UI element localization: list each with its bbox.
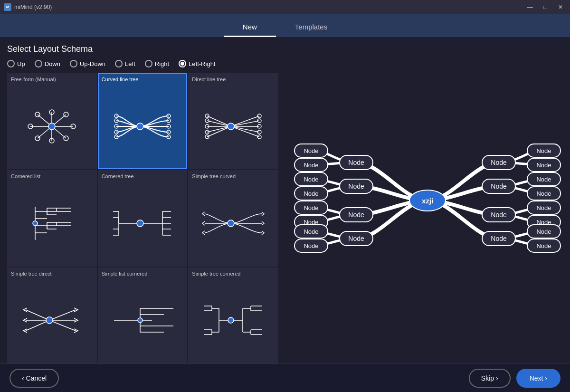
svg-line-34 (231, 121, 259, 126)
direction-up-down[interactable]: Up-Down (70, 60, 105, 67)
svg-line-89 (26, 310, 49, 320)
titlebar: M miMind (v2.90) — □ ✕ (0, 0, 570, 14)
svg-text:Node: Node (536, 228, 551, 235)
svg-text:Node: Node (304, 228, 318, 235)
svg-line-91 (26, 320, 49, 331)
svg-text:Node: Node (348, 182, 364, 190)
svg-text:Node: Node (304, 190, 318, 197)
svg-point-87 (137, 220, 143, 227)
svg-text:Node: Node (536, 176, 551, 183)
svg-line-28 (207, 116, 231, 126)
layout-simple-direct-preview (8, 278, 96, 363)
svg-point-70 (33, 221, 38, 226)
app-icon: M (4, 3, 11, 11)
radio-up-down (70, 60, 77, 67)
svg-text:Node: Node (304, 147, 318, 154)
layout-cornered-tree-preview (99, 182, 187, 266)
tab-templates[interactable]: Templates (276, 18, 346, 37)
svg-text:Node: Node (348, 211, 364, 219)
direction-right[interactable]: Right (145, 60, 169, 67)
cancel-label: ‹ Cancel (22, 374, 47, 382)
svg-line-32 (207, 126, 231, 137)
close-button[interactable]: ✕ (555, 3, 566, 11)
cancel-button[interactable]: ‹ Cancel (10, 369, 59, 388)
svg-text:Node: Node (536, 242, 551, 249)
layout-cornered-tree-label: Cornered tree (99, 171, 187, 181)
titlebar-left: M miMind (v2.90) (4, 3, 52, 11)
layout-cornered-tree[interactable]: Cornered tree (98, 170, 188, 266)
radio-right (145, 60, 152, 67)
layout-freeform-preview (8, 84, 96, 168)
next-button[interactable]: Next › (516, 369, 560, 388)
layout-simple-curved-label: Simple tree curved (189, 171, 277, 181)
titlebar-controls: — □ ✕ (524, 3, 566, 11)
svg-text:Node: Node (304, 204, 318, 211)
layout-freeform[interactable]: Free-form (Manual) (7, 73, 97, 169)
svg-point-133 (228, 317, 234, 323)
svg-point-48 (228, 123, 234, 130)
layout-curved-tree[interactable]: Curved line tree (98, 73, 188, 169)
svg-text:Node: Node (491, 182, 507, 190)
preview-svg: Node Node Node Node Node Node Node Node … (290, 58, 565, 343)
direction-down[interactable]: Down (35, 60, 60, 67)
layout-simple-curved[interactable]: Simple tree curved (188, 170, 278, 266)
svg-text:Node: Node (304, 162, 318, 169)
svg-point-88 (228, 220, 234, 227)
direction-left[interactable]: Left (115, 60, 135, 67)
layout-curved-preview (99, 84, 187, 168)
layout-simple-list-cornered[interactable]: Simple list cornered (98, 268, 188, 363)
svg-text:Node: Node (491, 235, 507, 242)
layout-direct-label: Direct line tree (189, 74, 277, 84)
bottom-right: Skip › Next › (469, 369, 560, 388)
svg-line-92 (49, 310, 76, 320)
svg-text:Node: Node (304, 176, 318, 183)
minimize-button[interactable]: — (524, 3, 536, 11)
tabbar: New Templates (0, 14, 570, 37)
direction-up[interactable]: Up (7, 60, 25, 67)
layout-simple-direct-label: Simple tree direct (8, 268, 96, 278)
main-content: Select Layout Schema Up Down Up-Down Lef… (0, 37, 570, 363)
layout-cornered-list[interactable]: Cornered list (7, 170, 97, 266)
layout-simple-tree-cornered-label: Simple tree cornered (189, 268, 277, 278)
radio-left-right (179, 60, 186, 67)
layout-simple-tree-cornered-preview (189, 278, 277, 363)
layout-direct-preview (189, 84, 277, 168)
svg-line-94 (49, 320, 76, 331)
next-label: Next › (530, 374, 547, 382)
svg-text:Node: Node (536, 190, 551, 197)
svg-point-95 (46, 317, 53, 324)
svg-point-27 (137, 123, 143, 130)
layout-cornered-list-label: Cornered list (8, 171, 96, 181)
svg-text:Node: Node (536, 162, 551, 169)
bottom-bar: ‹ Cancel Skip › Next › (0, 363, 570, 392)
svg-text:Node: Node (348, 159, 364, 166)
left-panel: Select Layout Schema Up Down Up-Down Lef… (0, 37, 285, 363)
svg-line-37 (231, 126, 259, 137)
layout-simple-tree-cornered[interactable]: Simple tree cornered (188, 268, 278, 363)
radio-up (7, 60, 15, 67)
svg-point-110 (138, 318, 142, 323)
svg-text:Node: Node (536, 147, 551, 154)
tab-new[interactable]: New (224, 18, 276, 37)
section-title: Select Layout Schema (7, 44, 278, 54)
svg-text:xzji: xzji (422, 197, 433, 205)
svg-line-33 (231, 116, 259, 126)
radio-left (115, 60, 123, 67)
svg-text:Node: Node (304, 242, 318, 249)
layout-simple-direct[interactable]: Simple tree direct (7, 268, 97, 363)
layout-direct-tree[interactable]: Direct line tree (188, 73, 278, 169)
svg-text:Node: Node (348, 235, 364, 242)
svg-text:Node: Node (536, 204, 551, 211)
layout-curved-label: Curved line tree (99, 74, 187, 84)
svg-text:Node: Node (491, 159, 507, 166)
layout-cornered-list-preview (8, 182, 96, 266)
svg-point-8 (48, 123, 55, 130)
layout-simple-list-cornered-preview (99, 278, 187, 363)
direction-left-right[interactable]: Left-Right (179, 60, 215, 67)
radio-down (35, 60, 42, 67)
layout-simple-curved-preview (189, 182, 277, 266)
layout-freeform-label: Free-form (Manual) (8, 74, 96, 84)
maximize-button[interactable]: □ (540, 3, 551, 11)
svg-text:Node: Node (491, 211, 507, 219)
skip-button[interactable]: Skip › (469, 369, 511, 388)
